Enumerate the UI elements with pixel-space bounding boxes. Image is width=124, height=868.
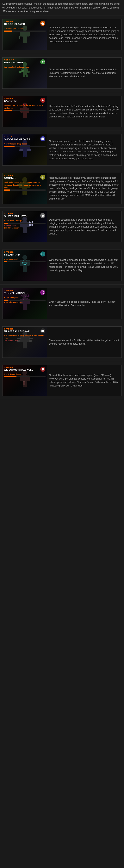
page-container: Surprisingly usable overall - most of th… bbox=[0, 0, 124, 400]
sadistic-icon bbox=[40, 97, 46, 104]
silver-bullets-stat2: Mutation: +5% bbox=[4, 224, 46, 227]
widowmouth-name: WIDOWMOUTH MAGWELL bbox=[4, 369, 46, 371]
steady-aim-stats: + 8% Aim Speed bbox=[2, 257, 47, 264]
primary-sidearm-stat2: -2% Stamina slot bbox=[4, 340, 46, 342]
steady-aim-card: OFFENSE STEADY AIM + 8% Aim Speed bbox=[2, 250, 122, 281]
intro-section: Surprisingly usable overall - most of th… bbox=[0, 0, 124, 16]
blood-slayer-stats: 20% Weakspot Damage bbox=[2, 27, 47, 33]
svg-rect-100 bbox=[42, 368, 43, 369]
gunner-text: Not bad, but not great. Although you can… bbox=[49, 176, 120, 200]
steady-aim-desc: Wow, that's a lot of aim speed. If only … bbox=[47, 250, 122, 281]
widowmouth-text: Not awful for those who need reload spee… bbox=[49, 374, 120, 388]
svg-rect-6 bbox=[19, 36, 20, 39]
primary-sidearm-card: OFFENSE THIS ONE AND THIS ONE You can eq… bbox=[2, 327, 122, 358]
primary-sidearm-stat1: You can equip a Primary weapon in your S… bbox=[4, 334, 46, 340]
svg-rect-16 bbox=[25, 113, 27, 118]
svg-rect-5 bbox=[25, 37, 27, 43]
sadistic-stat1: 5% Weakspot Damage for each Precision Ki… bbox=[4, 104, 46, 110]
svg-rect-24 bbox=[23, 151, 25, 157]
blood-slayer-section: OFFENSE BLOOD SLAYER 20% Weakspot Damage… bbox=[0, 16, 124, 54]
widowmouth-category: OFFENSE bbox=[4, 366, 46, 369]
shooting-gloves-icon bbox=[40, 136, 46, 143]
sadistic-card: OFFENSE SADISTIC 5% Weakspot Damage for … bbox=[2, 96, 122, 127]
silver-bullets-text: Definitely interesting, and if it was al… bbox=[49, 218, 120, 236]
widowmouth-stat1: + 30% Reload Speed bbox=[4, 373, 46, 376]
blood-slayer-desc: Not too bad, but doesn't quite pull enou… bbox=[47, 19, 122, 50]
steady-aim-icon bbox=[40, 251, 46, 258]
blood-slayer-category: OFFENSE bbox=[4, 20, 46, 23]
svg-rect-89 bbox=[42, 332, 43, 332]
steady-aim-name: STEADY AIM bbox=[4, 253, 46, 256]
svg-rect-30 bbox=[42, 137, 44, 138]
svg-rect-58 bbox=[23, 266, 25, 272]
silver-bullets-name: SILVER BULLETS bbox=[4, 215, 46, 218]
gunner-category: OFFENSE bbox=[4, 174, 46, 177]
primary-sidearm-icon bbox=[40, 328, 46, 335]
svg-rect-25 bbox=[25, 151, 27, 157]
intro-text: Surprisingly usable overall - most of th… bbox=[2, 2, 122, 13]
sadistic-category: OFFENSE bbox=[4, 97, 46, 100]
sadistic-name: SADISTIC bbox=[4, 100, 46, 102]
shooting-gloves-section: UTILITY SHOOTING GLOVES + 25% Weapon Swa… bbox=[0, 131, 124, 169]
silver-bullets-card: OFFENSE SILVER BULLETS + 10% Bullet Dama… bbox=[2, 211, 122, 242]
run-and-gun-card: MOBILITY RUN AND GUN You can shoot while… bbox=[2, 57, 122, 89]
svg-rect-27 bbox=[27, 149, 31, 151]
shooting-gloves-card: UTILITY SHOOTING GLOVES + 25% Weapon Swa… bbox=[2, 134, 122, 165]
tunnel-vision-stat2: + 5% Clip-Up Distance bbox=[4, 301, 46, 304]
shooting-gloves-name: SHOOTING GLOVES bbox=[4, 138, 46, 141]
widowmouth-section: OFFENSE WIDOWMOUTH MAGWELL + 30% Reload … bbox=[0, 361, 124, 400]
svg-rect-4 bbox=[23, 37, 25, 43]
steady-aim-image: OFFENSE STEADY AIM + 8% Aim Speed bbox=[2, 250, 47, 281]
run-and-gun-category: MOBILITY bbox=[4, 59, 46, 61]
silver-bullets-stat3: Bullet Penetration bbox=[4, 227, 46, 229]
svg-rect-59 bbox=[25, 266, 27, 272]
primary-sidearm-image: OFFENSE THIS ONE AND THIS ONE You can eq… bbox=[2, 327, 47, 358]
run-and-gun-icon bbox=[40, 59, 46, 66]
shooting-gloves-text: Not good enough for a card slot. It migh… bbox=[49, 140, 120, 160]
shooting-gloves-image: UTILITY SHOOTING GLOVES + 25% Weapon Swa… bbox=[2, 134, 47, 165]
primary-sidearm-text: There's a whole section for this card at… bbox=[49, 339, 120, 345]
widowmouth-stats: + 30% Reload Speed bbox=[2, 372, 47, 379]
silver-bullets-desc: Definitely interesting, and if it was al… bbox=[47, 211, 122, 242]
sadistic-image: OFFENSE SADISTIC 5% Weakspot Damage for … bbox=[2, 96, 47, 127]
run-and-gun-text: No. Absolutely not. There is no reason w… bbox=[49, 68, 120, 78]
run-and-gun-image: MOBILITY RUN AND GUN You can shoot while… bbox=[2, 58, 47, 89]
gunner-stat1: Each bullet hit causes the target to tak… bbox=[4, 181, 46, 189]
blood-slayer-name: BLOOD SLAYER bbox=[4, 23, 46, 26]
primary-sidearm-name: THIS ONE AND THIS ONE bbox=[4, 330, 46, 332]
steady-aim-category: OFFENSE bbox=[4, 251, 46, 254]
sadistic-text: Has similar issues to In The Zone, in th… bbox=[49, 104, 120, 118]
blood-slayer-image: OFFENSE BLOOD SLAYER 20% Weakspot Damage bbox=[2, 19, 47, 50]
tunnel-vision-category: OFFENSE bbox=[4, 289, 46, 292]
tunnel-vision-stats: + 10% Aim Speed + 5% Clip-Up Distance bbox=[2, 296, 47, 305]
steady-aim-text: Wow, that's a lot of aim speed. If only … bbox=[49, 258, 120, 272]
run-and-gun-section: MOBILITY RUN AND GUN You can shoot while… bbox=[0, 54, 124, 92]
shooting-gloves-stat1: + 25% Weapon Swap Speed bbox=[4, 143, 46, 146]
sadistic-desc: Has similar issues to In The Zone, in th… bbox=[47, 96, 122, 127]
gunner-section: OFFENSE GUNNER Each bullet hit causes th… bbox=[0, 169, 124, 208]
widowmouth-image: OFFENSE WIDOWMOUTH MAGWELL + 30% Reload … bbox=[2, 365, 47, 396]
tunnel-vision-name: TUNNEL VISION bbox=[4, 292, 46, 294]
primary-sidearm-stats: You can equip a Primary weapon in your S… bbox=[2, 334, 47, 343]
run-and-gun-stat1: You can shoot while sprinting. bbox=[4, 66, 46, 68]
widowmouth-card: OFFENSE WIDOWMOUTH MAGWELL + 30% Reload … bbox=[2, 365, 122, 396]
tunnel-vision-image: OFFENSE TUNNEL VISION + 10% Aim Speed + … bbox=[2, 288, 47, 319]
silver-bullets-category: OFFENSE bbox=[4, 213, 46, 215]
blood-slayer-text: Not too bad, but doesn't quite pull enou… bbox=[49, 26, 120, 43]
silver-bullets-icon bbox=[40, 213, 46, 219]
tunnel-vision-section: OFFENSE TUNNEL VISION + 10% Aim Speed + … bbox=[0, 284, 124, 323]
sadistic-stats: 5% Weakspot Damage for each Precision Ki… bbox=[2, 103, 47, 113]
gunner-stats: Each bullet hit causes the target to tak… bbox=[2, 180, 47, 192]
blood-slayer-stat1: 20% Weakspot Damage bbox=[4, 27, 46, 30]
shooting-gloves-desc: Not good enough for a card slot. It migh… bbox=[47, 134, 122, 165]
tunnel-vision-text: Even if you want aim speed desperately -… bbox=[49, 300, 120, 307]
shooting-gloves-category: UTILITY bbox=[4, 135, 46, 138]
gunner-icon bbox=[40, 175, 46, 181]
steady-aim-section: OFFENSE STEADY AIM + 8% Aim Speed bbox=[0, 246, 124, 284]
shooting-gloves-stats: + 25% Weapon Swap Speed bbox=[2, 142, 47, 149]
silver-bullets-section: OFFENSE SILVER BULLETS + 10% Bullet Dama… bbox=[0, 208, 124, 246]
tunnel-vision-desc: Even if you want aim speed desperately -… bbox=[47, 288, 122, 319]
silver-bullets-stats: + 10% Bullet Damage Mutation: +5% Bullet… bbox=[2, 219, 47, 230]
primary-sidearm-desc: There's a whole section for this card at… bbox=[47, 327, 122, 358]
run-and-gun-desc: No. Absolutely not. There is no reason w… bbox=[47, 58, 122, 89]
